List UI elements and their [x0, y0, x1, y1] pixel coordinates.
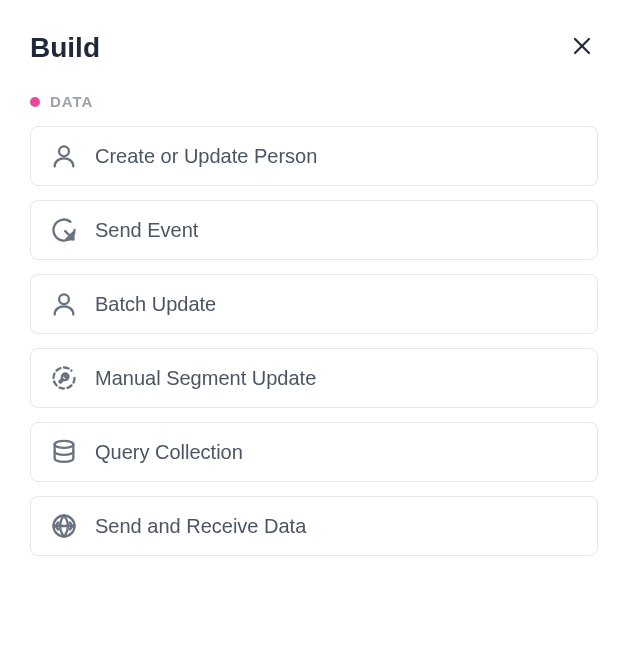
section-dot-icon: [30, 97, 40, 107]
action-label: Send Event: [95, 219, 198, 242]
close-button[interactable]: [566, 30, 598, 65]
action-label: Manual Segment Update: [95, 367, 316, 390]
action-label: Send and Receive Data: [95, 515, 306, 538]
action-list: Create or Update Person Send Event Batch…: [30, 126, 598, 556]
section-header: DATA: [30, 93, 598, 110]
action-label: Batch Update: [95, 293, 216, 316]
action-batch-update[interactable]: Batch Update: [30, 274, 598, 334]
database-icon: [49, 437, 79, 467]
action-label: Query Collection: [95, 441, 243, 464]
action-send-event[interactable]: Send Event: [30, 200, 598, 260]
action-send-receive-data[interactable]: Send and Receive Data: [30, 496, 598, 556]
globe-arrows-icon: [49, 511, 79, 541]
person-icon: [49, 141, 79, 171]
action-label: Create or Update Person: [95, 145, 317, 168]
event-icon: [49, 215, 79, 245]
close-icon: [570, 34, 594, 61]
action-create-update-person[interactable]: Create or Update Person: [30, 126, 598, 186]
panel-title: Build: [30, 32, 100, 64]
action-query-collection[interactable]: Query Collection: [30, 422, 598, 482]
section-label: DATA: [50, 93, 93, 110]
panel-header: Build: [30, 30, 598, 65]
wrench-circle-icon: [49, 363, 79, 393]
action-manual-segment-update[interactable]: Manual Segment Update: [30, 348, 598, 408]
svg-point-5: [55, 441, 74, 448]
svg-point-2: [59, 146, 69, 156]
person-icon: [49, 289, 79, 319]
svg-point-4: [59, 294, 69, 304]
